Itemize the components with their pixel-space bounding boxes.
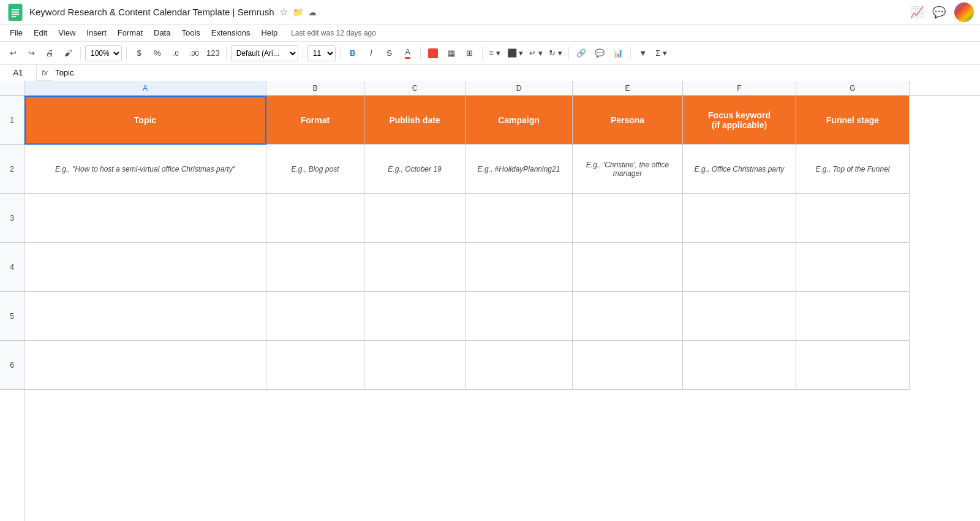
italic-button[interactable]: I bbox=[363, 45, 379, 61]
cell-f2[interactable]: E.g., Office Christmas party bbox=[683, 145, 796, 194]
menu-view[interactable]: View bbox=[53, 27, 80, 39]
add-comment-button[interactable]: 💬 bbox=[592, 45, 608, 61]
cell-g2[interactable]: E.g., Top of the Funnel bbox=[796, 145, 910, 194]
cell-c5[interactable] bbox=[364, 292, 466, 341]
row-header-2[interactable]: 2 bbox=[0, 145, 24, 194]
cell-a6[interactable] bbox=[24, 341, 266, 390]
col-header-f[interactable]: F bbox=[683, 81, 796, 95]
filter-button[interactable]: ▼ bbox=[635, 45, 651, 61]
col-header-d[interactable]: D bbox=[466, 81, 573, 95]
cell-a4[interactable] bbox=[24, 243, 266, 292]
cell-g5[interactable] bbox=[796, 292, 910, 341]
font-size-select[interactable]: 119101214 bbox=[307, 45, 336, 61]
cell-a5[interactable] bbox=[24, 292, 266, 341]
text-color-button[interactable]: A bbox=[400, 45, 416, 61]
decimal-increase-button[interactable]: .00 bbox=[186, 45, 202, 61]
zoom-select[interactable]: 100%75%50% bbox=[85, 45, 122, 61]
star-icon[interactable]: ☆ bbox=[279, 6, 288, 18]
comment-icon[interactable]: 💬 bbox=[932, 6, 946, 19]
borders-button[interactable]: ▦ bbox=[443, 45, 459, 61]
cell-a3[interactable] bbox=[24, 194, 266, 243]
sum-button[interactable]: Σ ▾ bbox=[654, 45, 669, 61]
col-header-b[interactable]: B bbox=[266, 81, 364, 95]
cell-g4[interactable] bbox=[796, 243, 910, 292]
col-header-c[interactable]: C bbox=[364, 81, 466, 95]
cell-e3[interactable] bbox=[573, 194, 683, 243]
folder-icon[interactable]: 📁 bbox=[293, 7, 303, 17]
number-format-button[interactable]: 123 bbox=[205, 45, 222, 61]
cell-d1[interactable]: Campaign bbox=[466, 96, 573, 145]
menu-help[interactable]: Help bbox=[256, 27, 282, 39]
cell-b3[interactable] bbox=[266, 194, 364, 243]
menu-format[interactable]: Format bbox=[113, 27, 148, 39]
cell-b2[interactable]: E.g., Blog post bbox=[266, 145, 364, 194]
valign-button[interactable]: ⬛ ▾ bbox=[505, 45, 526, 61]
cell-d4[interactable] bbox=[466, 243, 573, 292]
cell-g6[interactable] bbox=[796, 341, 910, 390]
merge-button[interactable]: ⊞ bbox=[462, 45, 478, 61]
decimal-decrease-button[interactable]: .0 bbox=[168, 45, 184, 61]
cell-f4[interactable] bbox=[683, 243, 796, 292]
cell-reference-input[interactable]: A1 bbox=[0, 65, 37, 81]
col-header-a[interactable]: A bbox=[24, 81, 266, 95]
col-header-g[interactable]: G bbox=[796, 81, 910, 95]
rotate-button[interactable]: ↻ ▾ bbox=[547, 45, 564, 61]
link-button[interactable]: 🔗 bbox=[573, 45, 589, 61]
menu-tools[interactable]: Tools bbox=[176, 27, 205, 39]
user-avatar[interactable] bbox=[954, 2, 974, 22]
insert-chart-button[interactable]: 📊 bbox=[610, 45, 626, 61]
cell-a2[interactable]: E.g., "How to host a semi-virtual office… bbox=[24, 145, 266, 194]
cell-g3[interactable] bbox=[796, 194, 910, 243]
cell-f6[interactable] bbox=[683, 341, 796, 390]
font-select[interactable]: Default (Ari... bbox=[231, 45, 298, 61]
cell-a1[interactable]: Topic bbox=[24, 96, 266, 145]
cell-c1[interactable]: Publish date bbox=[364, 96, 466, 145]
cell-d2[interactable]: E.g., #HolidayPlanning21 bbox=[466, 145, 573, 194]
menu-edit[interactable]: Edit bbox=[29, 27, 52, 39]
align-button[interactable]: ≡ ▾ bbox=[487, 45, 503, 61]
cell-d6[interactable] bbox=[466, 341, 573, 390]
cell-e6[interactable] bbox=[573, 341, 683, 390]
paint-format-button[interactable]: 🖌 bbox=[60, 45, 76, 61]
undo-button[interactable]: ↩ bbox=[5, 45, 21, 61]
menu-insert[interactable]: Insert bbox=[81, 27, 111, 39]
menu-extensions[interactable]: Extensions bbox=[206, 27, 255, 39]
redo-button[interactable]: ↪ bbox=[23, 45, 39, 61]
strikethrough-button[interactable]: S bbox=[382, 45, 398, 61]
formula-input[interactable]: Topic bbox=[53, 65, 980, 81]
cell-g1[interactable]: Funnel stage bbox=[796, 96, 910, 145]
row-header-1[interactable]: 1 bbox=[0, 96, 24, 145]
bold-button[interactable]: B bbox=[345, 45, 361, 61]
cell-b4[interactable] bbox=[266, 243, 364, 292]
cell-f3[interactable] bbox=[683, 194, 796, 243]
cell-c3[interactable] bbox=[364, 194, 466, 243]
cell-c2[interactable]: E.g., October 19 bbox=[364, 145, 466, 194]
row-header-5[interactable]: 5 bbox=[0, 292, 24, 341]
chart-icon[interactable]: 📈 bbox=[910, 6, 924, 19]
row-header-3[interactable]: 3 bbox=[0, 194, 24, 243]
row-header-4[interactable]: 4 bbox=[0, 243, 24, 292]
corner-cell[interactable] bbox=[0, 81, 24, 96]
cell-f5[interactable] bbox=[683, 292, 796, 341]
percent-button[interactable]: % bbox=[149, 45, 165, 61]
cell-c4[interactable] bbox=[364, 243, 466, 292]
print-button[interactable]: 🖨 bbox=[42, 45, 58, 61]
col-header-e[interactable]: E bbox=[573, 81, 683, 95]
currency-button[interactable]: $ bbox=[131, 45, 147, 61]
cloud-icon[interactable]: ☁ bbox=[308, 7, 317, 17]
cell-b6[interactable] bbox=[266, 341, 364, 390]
menu-file[interactable]: File bbox=[5, 27, 28, 39]
cell-b1[interactable]: Format bbox=[266, 96, 364, 145]
cell-e4[interactable] bbox=[573, 243, 683, 292]
row-header-6[interactable]: 6 bbox=[0, 341, 24, 390]
cell-b5[interactable] bbox=[266, 292, 364, 341]
cell-e1[interactable]: Persona bbox=[573, 96, 683, 145]
cell-c6[interactable] bbox=[364, 341, 466, 390]
cell-e2[interactable]: E.g., 'Christine', the office manager bbox=[573, 145, 683, 194]
cell-d3[interactable] bbox=[466, 194, 573, 243]
fill-color-button[interactable] bbox=[425, 45, 441, 61]
wrap-button[interactable]: ↵ ▾ bbox=[527, 45, 545, 61]
menu-data[interactable]: Data bbox=[149, 27, 175, 39]
cell-e5[interactable] bbox=[573, 292, 683, 341]
cell-f1[interactable]: Focus keyword(if applicable) bbox=[683, 96, 796, 145]
